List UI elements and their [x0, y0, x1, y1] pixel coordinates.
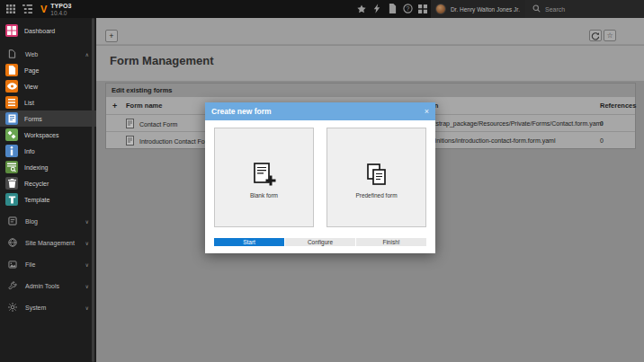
- reload-button[interactable]: [589, 30, 602, 41]
- new-form-button[interactable]: +: [105, 30, 118, 42]
- image-icon: [7, 260, 17, 269]
- gear-icon: [7, 303, 17, 313]
- sidebar-item-dashboard[interactable]: Dashboard: [0, 22, 96, 39]
- card-label: Predefined form: [355, 192, 397, 199]
- recycler-trash-icon: [5, 177, 18, 190]
- modal-body: Blank form Predefined form Start Configu…: [205, 120, 435, 253]
- search-icon: [532, 4, 541, 13]
- sidebar-section-web[interactable]: Web ∧: [0, 46, 96, 62]
- sidebar-item-label: View: [24, 84, 38, 90]
- add-form-icon[interactable]: +: [106, 102, 126, 110]
- product-name: TYPO3: [50, 3, 71, 10]
- predefined-form-card[interactable]: Predefined form: [326, 128, 426, 227]
- column-references: References: [593, 102, 633, 110]
- sidebar-item-label: Page: [24, 67, 39, 74]
- wizard-step-finish[interactable]: Finish!: [356, 238, 426, 246]
- topbar: V TYPO3 10.4.0 ? Dr. Henry Walton Jones …: [0, 0, 644, 18]
- sidebar-item-info[interactable]: Info: [0, 143, 96, 159]
- sidebar-item-workspaces[interactable]: Workspaces: [0, 127, 96, 143]
- sidebar-item-template[interactable]: Template: [0, 191, 96, 207]
- sidebar-section-admin-tools[interactable]: Admin Tools ∨: [0, 278, 96, 294]
- wrench-icon: [7, 281, 17, 291]
- typo3-logo-icon: V: [40, 4, 47, 14]
- user-menu[interactable]: Dr. Henry Walton Jones Jr.: [431, 0, 525, 18]
- sidebar-item-view[interactable]: View: [0, 78, 96, 94]
- forms-icon: [5, 112, 18, 125]
- systeminformation-button[interactable]: [416, 0, 431, 18]
- grid-icon: [418, 1, 427, 17]
- indexing-icon: [5, 161, 18, 173]
- bookmark-button[interactable]: ☆: [604, 30, 616, 41]
- help-button[interactable]: ?: [400, 0, 416, 18]
- form-location: form_definitions/introduction-contact-fo…: [410, 137, 593, 144]
- clear-cache-button[interactable]: [370, 0, 385, 18]
- sidebar-section-system[interactable]: System ∨: [0, 299, 96, 315]
- module-menu: Dashboard Web ∧ Page View List Forms Wor…: [0, 18, 96, 362]
- sidebar-item-label: Recycler: [24, 181, 49, 187]
- bookmarks-button[interactable]: [354, 0, 370, 18]
- predefined-form-icon: [364, 163, 389, 190]
- form-references: 0: [593, 137, 633, 144]
- blank-form-card[interactable]: Blank form: [214, 128, 314, 227]
- info-icon: [5, 145, 18, 157]
- titlebar: Form Management: [96, 46, 644, 81]
- sidebar-item-recycler[interactable]: Recycler: [0, 175, 96, 191]
- modules-toggle-button[interactable]: [3, 0, 19, 18]
- help-icon: ?: [403, 1, 413, 17]
- form-references: 0: [593, 120, 633, 127]
- sidebar-item-page[interactable]: Page: [0, 62, 96, 78]
- apps-grid-icon: [6, 1, 15, 17]
- chevron-down-icon: ∨: [85, 283, 89, 289]
- view-eye-icon: [5, 80, 18, 93]
- dashboard-icon: [5, 24, 18, 37]
- card-label: Blank form: [250, 192, 278, 199]
- form-name[interactable]: Contact Form: [139, 121, 177, 128]
- search-placeholder: Search: [545, 6, 565, 13]
- sidebar-section-label: System: [25, 305, 46, 311]
- chevron-down-icon: ∨: [85, 240, 89, 246]
- pagetree-toggle-button[interactable]: [19, 0, 35, 18]
- chevron-down-icon: ∨: [85, 261, 89, 268]
- avatar: [435, 4, 446, 14]
- page-title: Form Management: [110, 54, 644, 67]
- sidebar-section-site-management[interactable]: Site Management ∨: [0, 234, 96, 251]
- toolbar-search[interactable]: Search: [525, 0, 644, 18]
- chevron-up-icon: ∧: [85, 51, 89, 57]
- sidebar-item-label: Template: [24, 197, 49, 203]
- page-icon: [5, 64, 18, 76]
- form-file-icon: [126, 119, 134, 128]
- sidebar-item-label: List: [24, 100, 34, 106]
- sidebar-item-label: Workspaces: [24, 132, 58, 138]
- create-new-form-modal: Create new form × Blank form Predefined …: [205, 102, 435, 253]
- sidebar-section-label: File: [25, 261, 35, 268]
- wizard-step-configure[interactable]: Configure: [285, 238, 355, 246]
- docheader: + ☆: [96, 18, 644, 45]
- sidebar-item-label: Dashboard: [24, 28, 55, 34]
- sidebar-section-file[interactable]: File ∨: [0, 256, 96, 272]
- panel-heading: Edit existing forms: [106, 84, 635, 97]
- wizard-step-start[interactable]: Start: [214, 238, 284, 246]
- documentation-button[interactable]: [385, 0, 400, 18]
- column-location: Location: [410, 102, 593, 110]
- blank-form-icon: [252, 163, 276, 190]
- form-location: EXT:bootstrap_package/Resources/Private/…: [410, 120, 593, 127]
- blog-icon: [7, 216, 17, 226]
- sidebar-item-forms[interactable]: Forms: [0, 110, 96, 127]
- template-icon: [5, 193, 18, 206]
- sidebar-section-blog[interactable]: Blog ∨: [0, 213, 96, 229]
- sidebar-item-list[interactable]: List: [0, 94, 96, 110]
- workspaces-icon: [5, 128, 18, 141]
- modal-title: Create new form: [211, 107, 272, 116]
- typo3-logo[interactable]: V TYPO3 10.4.0: [40, 3, 71, 16]
- sidebar-scrollbar[interactable]: [92, 18, 94, 362]
- form-name[interactable]: Introduction Contact Form: [139, 138, 212, 145]
- reload-icon: [591, 28, 600, 44]
- sidebar-item-label: Info: [24, 148, 35, 155]
- sidebar-section-label: Web: [25, 51, 38, 57]
- modal-header: Create new form ×: [205, 102, 435, 120]
- sidebar-item-label: Indexing: [24, 164, 48, 171]
- list-icon: [5, 96, 18, 109]
- sidebar-item-indexing[interactable]: Indexing: [0, 159, 96, 175]
- close-icon[interactable]: ×: [425, 107, 429, 116]
- web-icon: [7, 49, 17, 59]
